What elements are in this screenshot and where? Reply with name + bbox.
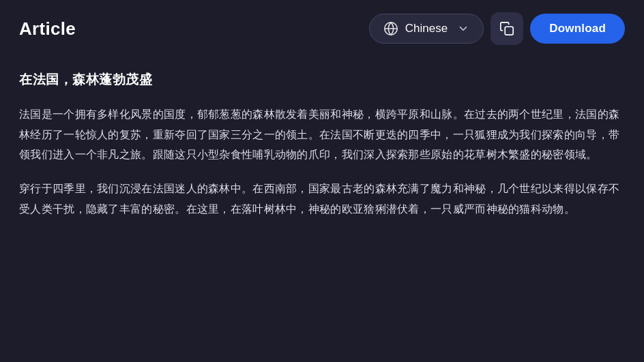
app-container: Article Chinese <box>0 0 644 362</box>
language-selector[interactable]: Chinese <box>369 14 484 44</box>
download-button[interactable]: Download <box>530 14 625 44</box>
copy-icon <box>499 21 514 36</box>
article-paragraph-2: 穿行于四季里，我们沉浸在法国迷人的森林中。在西南部，国家最古老的森林充满了魔力和… <box>19 179 625 219</box>
article-headline: 在法国，森林蓬勃茂盛 <box>19 68 625 91</box>
content-area: 在法国，森林蓬勃茂盛 法国是一个拥有多样化风景的国度，郁郁葱葱的森林散发着美丽和… <box>0 57 644 362</box>
chevron-down-icon <box>457 22 469 35</box>
globe-icon <box>383 21 398 36</box>
page-title: Article <box>19 18 76 40</box>
language-label: Chinese <box>405 22 448 35</box>
copy-button[interactable] <box>491 12 523 45</box>
article-paragraph-1: 法国是一个拥有多样化风景的国度，郁郁葱葱的森林散发着美丽和神秘，横跨平原和山脉。… <box>19 104 625 165</box>
header: Article Chinese <box>0 0 644 57</box>
svg-rect-1 <box>505 27 513 35</box>
header-controls: Chinese Download <box>369 12 625 45</box>
